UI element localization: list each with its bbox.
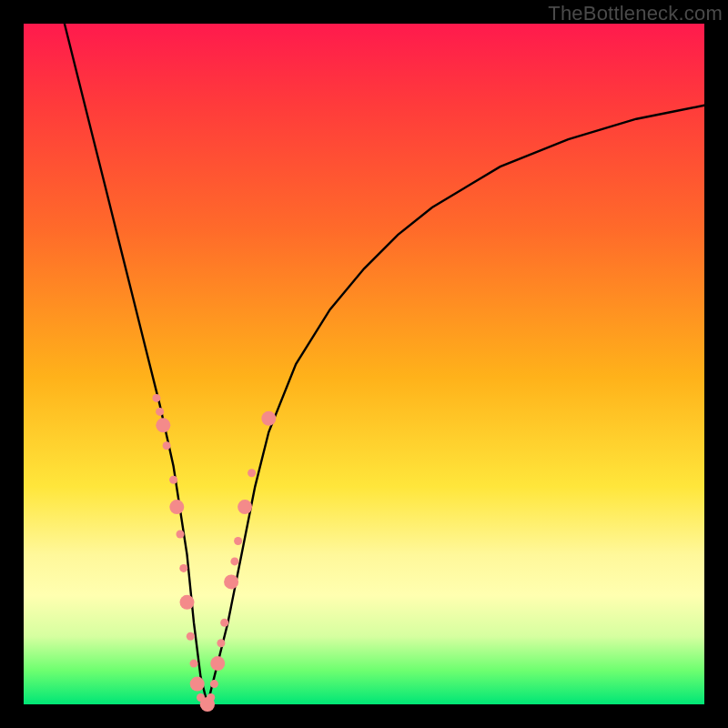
highlight-dot bbox=[156, 418, 170, 432]
highlight-dot bbox=[210, 680, 218, 688]
highlight-dot bbox=[179, 564, 187, 572]
highlight-dot bbox=[190, 677, 205, 692]
highlight-dot bbox=[163, 441, 171, 450]
watermark-text: TheBottleneck.com bbox=[548, 2, 723, 25]
highlight-dot bbox=[187, 632, 195, 641]
highlight-dot bbox=[207, 693, 215, 702]
highlight-dot bbox=[224, 574, 238, 589]
chart-frame: TheBottleneck.com bbox=[0, 0, 728, 728]
highlight-dot bbox=[261, 411, 276, 426]
highlight-dot bbox=[190, 660, 198, 668]
highlight-dot bbox=[177, 531, 185, 539]
highlight-dot bbox=[169, 476, 177, 484]
highlight-dot bbox=[248, 469, 256, 477]
highlight-dot bbox=[238, 500, 252, 514]
curve-svg bbox=[24, 24, 704, 704]
highlight-dot bbox=[156, 408, 164, 416]
plot-area bbox=[24, 24, 704, 704]
highlight-dot bbox=[152, 394, 160, 402]
bottleneck-curve bbox=[65, 24, 704, 704]
highlight-dot bbox=[234, 537, 242, 545]
highlight-dots bbox=[152, 394, 276, 712]
highlight-dot bbox=[220, 619, 228, 627]
highlight-dot bbox=[217, 639, 225, 647]
highlight-dot bbox=[169, 500, 184, 514]
highlight-dot bbox=[210, 656, 225, 671]
highlight-dot bbox=[180, 595, 195, 610]
highlight-dot bbox=[230, 557, 238, 565]
